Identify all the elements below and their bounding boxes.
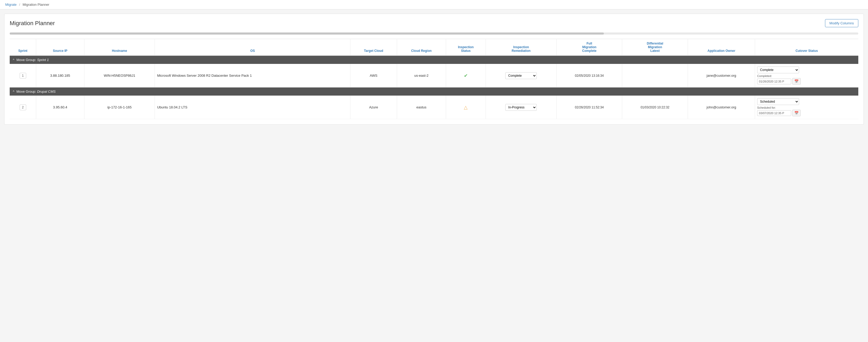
cutover-date-input[interactable] — [757, 78, 791, 84]
page-title: Migration Planner — [10, 20, 55, 27]
cell-os: Microsoft Windows Server 2008 R2 Datacen… — [155, 64, 350, 88]
cell-cloud-region: us-east-2 — [397, 64, 446, 88]
cell-sprint: 1 — [10, 64, 36, 88]
breadcrumb-root[interactable]: Migrate — [5, 3, 17, 6]
col-os[interactable]: OS — [155, 39, 350, 56]
col-diff-migration-latest[interactable]: DifferentialMigrationLatest — [622, 39, 688, 56]
cutover-status-select[interactable]: CompleteScheduledIn-ProgressPending — [757, 98, 799, 105]
cell-full-migration-complete: 02/05/2020 13:16:34 — [556, 64, 622, 88]
cell-source-ip: 3.88.180.185 — [36, 64, 84, 88]
col-cloud-region[interactable]: Cloud Region — [397, 39, 446, 56]
inspection-warn-icon: △ — [464, 105, 468, 110]
table-body: ^Move Group: Sprint 113.88.180.185WIN-H5… — [10, 56, 858, 119]
group-header-cell: ^Move Group: Sprint 1 — [10, 56, 858, 64]
table-wrapper: Sprint Source IP Hostname OS Target Clou… — [10, 39, 858, 119]
cell-diff-migration-latest: 01/03/2020 10:22:32 — [622, 96, 688, 119]
col-application-owner[interactable]: Application Owner — [688, 39, 755, 56]
col-inspection-status[interactable]: InspectionStatus — [446, 39, 486, 56]
col-full-migration-complete[interactable]: FullMigrationComplete — [556, 39, 622, 56]
col-sprint[interactable]: Sprint — [10, 39, 36, 56]
cell-os: Ubuntu 18.04.2 LTS — [155, 96, 350, 119]
cutover-date-label: Completed: — [757, 74, 856, 77]
cell-hostname: WIN-H5NEOSP86J1 — [84, 64, 155, 88]
cell-inspection-status: ✔ — [446, 64, 486, 88]
sprint-number: 1 — [20, 73, 26, 78]
page-header: Migration Planner Modify Columns — [10, 19, 858, 27]
group-label: Move Group: Drupal CMS — [17, 90, 56, 94]
group-label: Move Group: Sprint 1 — [17, 58, 49, 62]
table-row: 13.88.180.185WIN-H5NEOSP86J1Microsoft Wi… — [10, 64, 858, 88]
cell-cutover-status[interactable]: CompleteScheduledIn-ProgressPendingCompl… — [755, 64, 858, 88]
cutover-status-select[interactable]: CompleteScheduledIn-ProgressPending — [757, 67, 799, 73]
cell-application-owner: john@customer.org — [688, 96, 755, 119]
cell-hostname: ip-172-16-1-165 — [84, 96, 155, 119]
col-target-cloud[interactable]: Target Cloud — [350, 39, 397, 56]
inspection-remediation-select[interactable]: CompleteIn-ProgressPendingN/A — [505, 104, 537, 111]
cell-target-cloud: Azure — [350, 96, 397, 119]
inspection-ok-icon: ✔ — [464, 73, 468, 78]
col-source-ip[interactable]: Source IP — [36, 39, 84, 56]
calendar-icon-button[interactable]: 📅 — [792, 78, 801, 84]
cell-diff-migration-latest — [622, 64, 688, 88]
cell-cutover-status[interactable]: CompleteScheduledIn-ProgressPendingSched… — [755, 96, 858, 119]
cell-inspection-remediation[interactable]: CompleteIn-ProgressPendingN/A — [486, 64, 556, 88]
cell-full-migration-complete: 02/26/2020 11:52:34 — [556, 96, 622, 119]
cell-cloud-region: eastus — [397, 96, 446, 119]
calendar-icon-button[interactable]: 📅 — [792, 110, 801, 116]
cell-source-ip: 3.95.60.4 — [36, 96, 84, 119]
breadcrumb: Migrate / Migration Planner — [0, 0, 868, 9]
horizontal-scrollbar[interactable] — [10, 32, 858, 35]
cell-application-owner: jane@customer.org — [688, 64, 755, 88]
table-row: 23.95.60.4ip-172-16-1-165Ubuntu 18.04.2 … — [10, 96, 858, 119]
col-inspection-remediation[interactable]: InspectionRemediation — [486, 39, 556, 56]
cell-inspection-remediation[interactable]: CompleteIn-ProgressPendingN/A — [486, 96, 556, 119]
cutover-date-input[interactable] — [757, 110, 791, 116]
scrollbar-thumb — [10, 32, 604, 35]
cell-sprint: 2 — [10, 96, 36, 119]
chevron-icon[interactable]: ^ — [13, 58, 14, 62]
breadcrumb-current: Migration Planner — [23, 3, 49, 6]
migration-table: Sprint Source IP Hostname OS Target Clou… — [10, 39, 858, 119]
breadcrumb-separator: / — [19, 3, 20, 6]
group-header-cell: ^Move Group: Drupal CMS — [10, 88, 858, 96]
col-cutover-status[interactable]: Cutover Status — [755, 39, 858, 56]
cell-inspection-status: △ — [446, 96, 486, 119]
sprint-number: 2 — [20, 104, 26, 110]
cell-target-cloud: AWS — [350, 64, 397, 88]
inspection-remediation-select[interactable]: CompleteIn-ProgressPendingN/A — [505, 72, 537, 79]
cutover-date-label: Scheduled for: — [757, 106, 856, 109]
main-content: Migration Planner Modify Columns Sprint … — [4, 13, 864, 125]
modify-columns-button[interactable]: Modify Columns — [825, 19, 858, 27]
chevron-icon[interactable]: ^ — [13, 90, 14, 94]
table-header: Sprint Source IP Hostname OS Target Clou… — [10, 39, 858, 56]
col-hostname[interactable]: Hostname — [84, 39, 155, 56]
